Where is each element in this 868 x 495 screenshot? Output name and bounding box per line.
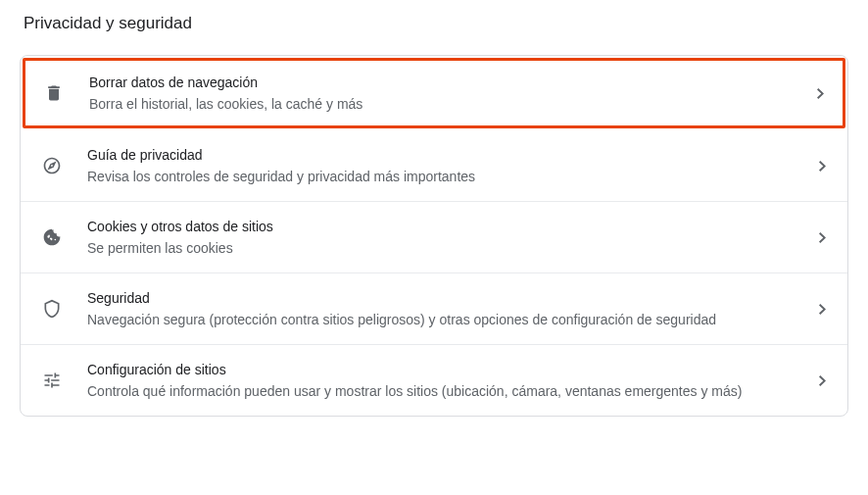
sliders-icon (32, 371, 72, 390)
compass-icon (32, 156, 72, 175)
cookie-icon (32, 227, 72, 247)
row-text: Configuración de sitios Controla qué inf… (72, 359, 816, 402)
chevron-right-icon (816, 161, 828, 172)
row-site-settings[interactable]: Configuración de sitios Controla qué inf… (21, 345, 847, 416)
shield-icon (32, 299, 72, 319)
chevron-right-icon (814, 88, 826, 99)
row-security[interactable]: Seguridad Navegación segura (protección … (21, 273, 847, 345)
trash-icon (34, 83, 73, 103)
row-text: Borrar datos de navegación Borra el hist… (73, 72, 814, 115)
row-text: Guía de privacidad Revisa los controles … (72, 144, 816, 187)
row-title: Borrar datos de navegación (89, 72, 806, 93)
row-desc: Revisa los controles de seguridad y priv… (87, 166, 808, 187)
row-desc: Navegación segura (protección contra sit… (87, 309, 808, 330)
row-desc: Controla qué información pueden usar y m… (87, 380, 808, 402)
row-cookies[interactable]: Cookies y otros datos de sitios Se permi… (21, 202, 847, 273)
settings-card: Borrar datos de navegación Borra el hist… (20, 55, 848, 417)
chevron-right-icon (816, 232, 828, 243)
row-text: Seguridad Navegación segura (protección … (72, 287, 816, 330)
chevron-right-icon (816, 375, 828, 386)
row-clear-browsing-data[interactable]: Borrar datos de navegación Borra el hist… (23, 58, 845, 128)
row-desc: Se permiten las cookies (87, 237, 808, 259)
row-desc: Borra el historial, las cookies, la cach… (89, 93, 806, 115)
section-title: Privacidad y seguridad (20, 14, 848, 33)
row-privacy-guide[interactable]: Guía de privacidad Revisa los controles … (21, 130, 847, 202)
row-title: Cookies y otros datos de sitios (87, 216, 808, 237)
chevron-right-icon (816, 304, 828, 315)
row-text: Cookies y otros datos de sitios Se permi… (72, 216, 816, 259)
row-title: Guía de privacidad (87, 144, 808, 166)
row-title: Configuración de sitios (87, 359, 808, 380)
row-title: Seguridad (87, 287, 808, 309)
